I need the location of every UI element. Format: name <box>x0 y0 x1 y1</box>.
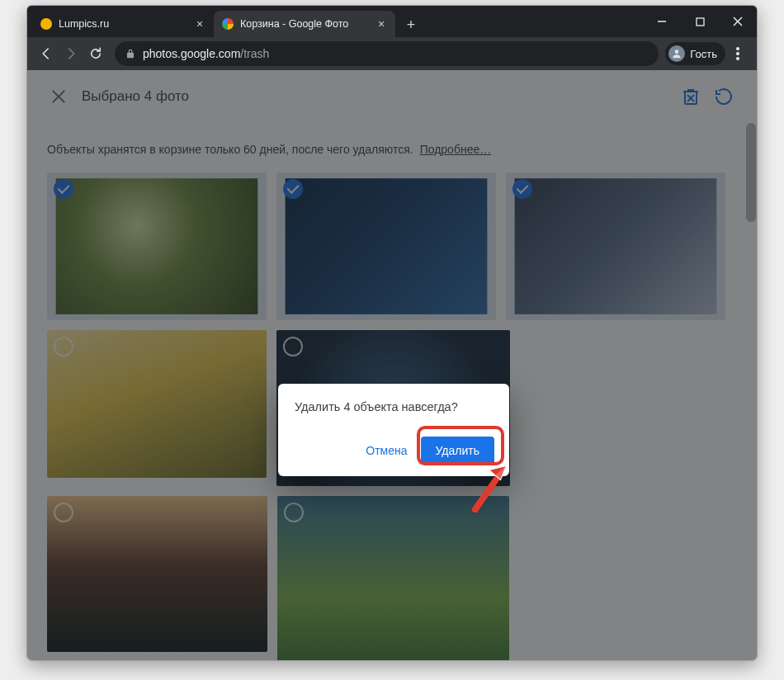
svg-point-6 <box>736 52 739 55</box>
lock-icon <box>125 48 136 59</box>
svg-rect-1 <box>697 18 704 26</box>
favicon-icon <box>222 18 234 30</box>
tab-title: Корзина - Google Фото <box>240 18 375 30</box>
tab-title: Lumpics.ru <box>59 18 194 30</box>
svg-point-4 <box>675 50 679 54</box>
titlebar: Lumpics.ru × Корзина - Google Фото × + <box>27 6 757 37</box>
delete-button[interactable]: Удалить <box>421 437 494 465</box>
nav-reload-button[interactable] <box>83 41 108 66</box>
address-bar: photos.google.com/trash Гость <box>27 37 757 70</box>
svg-point-5 <box>736 47 739 50</box>
tab-strip: Lumpics.ru × Корзина - Google Фото × + <box>27 6 422 37</box>
window-close-button[interactable] <box>719 6 757 37</box>
confirm-delete-dialog: Удалить 4 объекта навсегда? Отмена Удали… <box>278 384 509 476</box>
tab-google-photos-trash[interactable]: Корзина - Google Фото × <box>214 11 395 37</box>
url-path: /trash <box>240 47 269 60</box>
profile-label: Гость <box>690 48 717 60</box>
url-input[interactable]: photos.google.com/trash <box>115 41 659 66</box>
favicon-icon <box>40 18 52 30</box>
kebab-menu-button[interactable] <box>725 41 750 66</box>
nav-forward-button[interactable] <box>59 41 83 66</box>
new-tab-button[interactable]: + <box>400 14 422 35</box>
window-maximize-button[interactable] <box>681 6 719 37</box>
close-icon[interactable]: × <box>194 18 205 30</box>
avatar-icon <box>668 45 685 62</box>
browser-window: Lumpics.ru × Корзина - Google Фото × + <box>26 5 758 661</box>
window-minimize-button[interactable] <box>643 6 681 37</box>
tab-lumpics[interactable]: Lumpics.ru × <box>32 11 214 37</box>
window-controls <box>643 6 757 37</box>
nav-back-button[interactable] <box>34 41 59 66</box>
svg-point-7 <box>736 57 739 60</box>
profile-chip[interactable]: Гость <box>665 42 725 65</box>
cancel-button[interactable]: Отмена <box>366 444 407 457</box>
modal-scrim[interactable] <box>27 70 757 660</box>
close-icon[interactable]: × <box>375 18 387 30</box>
url-host: photos.google.com <box>143 47 240 60</box>
dialog-question: Удалить 4 объекта навсегда? <box>295 400 494 413</box>
